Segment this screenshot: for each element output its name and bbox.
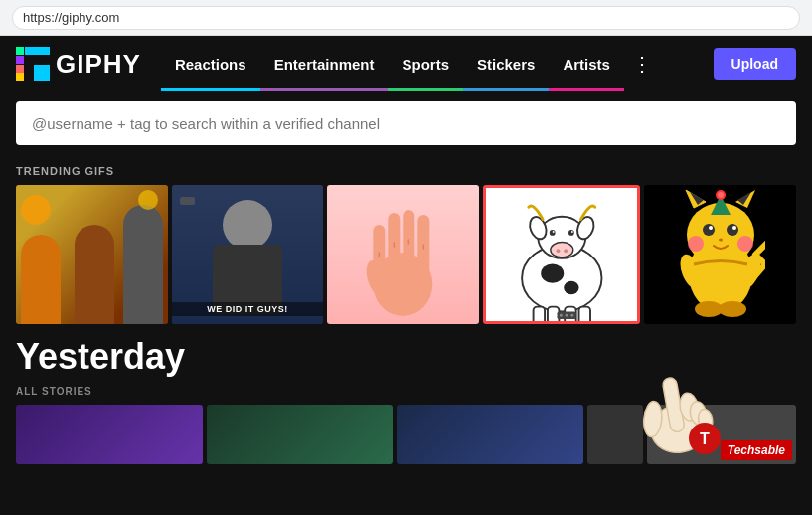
story-item-5[interactable]: Techsable xyxy=(647,405,796,464)
svg-point-53 xyxy=(718,192,724,198)
svg-point-50 xyxy=(719,239,723,242)
svg-point-27 xyxy=(571,231,573,233)
story-item-3[interactable] xyxy=(397,405,583,464)
story-item-4[interactable] xyxy=(587,405,643,464)
svg-point-56 xyxy=(695,301,723,317)
svg-point-44 xyxy=(703,224,715,236)
svg-rect-3 xyxy=(16,73,24,81)
gifs-grid: WE DID IT GUYS! xyxy=(16,185,796,324)
navbar: GIPHY Reactions Entertainment Sports Sti… xyxy=(0,36,812,91)
all-stories-label: ALL STORIES xyxy=(16,386,796,397)
yesterday-section: Yesterday ALL STORIES Techsable xyxy=(0,324,812,464)
url-text: https://giphy.com xyxy=(23,10,119,25)
nav-item-entertainment[interactable]: Entertainment xyxy=(260,36,389,91)
svg-rect-0 xyxy=(16,47,24,55)
svg-point-37 xyxy=(570,314,573,317)
svg-rect-11 xyxy=(417,215,429,289)
svg-point-48 xyxy=(688,236,704,252)
search-area xyxy=(0,91,812,155)
gif-item-3[interactable] xyxy=(327,185,479,324)
svg-rect-4 xyxy=(25,47,50,55)
hand-svg xyxy=(327,185,479,324)
svg-rect-2 xyxy=(16,65,24,73)
nav-item-stickers[interactable]: Stickers xyxy=(463,36,549,91)
search-input[interactable] xyxy=(32,115,780,132)
svg-rect-9 xyxy=(388,213,400,290)
cow-svg xyxy=(486,188,638,321)
svg-point-36 xyxy=(565,314,568,317)
svg-point-45 xyxy=(727,224,738,236)
gif-item-2[interactable]: WE DID IT GUYS! xyxy=(172,185,324,324)
nav-items: Reactions Entertainment Sports Stickers … xyxy=(161,36,714,91)
svg-point-35 xyxy=(560,314,563,317)
browser-bar: https://giphy.com xyxy=(0,0,812,36)
svg-rect-5 xyxy=(34,65,50,73)
svg-point-22 xyxy=(556,249,560,253)
svg-rect-30 xyxy=(533,307,544,321)
svg-point-26 xyxy=(553,231,555,233)
gif-item-1[interactable] xyxy=(16,185,168,324)
svg-rect-1 xyxy=(16,56,24,64)
more-options-icon[interactable]: ⋮ xyxy=(624,52,660,76)
logo-icon xyxy=(16,47,50,81)
nav-item-reactions[interactable]: Reactions xyxy=(161,36,260,91)
pikachu-svg xyxy=(676,190,765,319)
nav-item-sports[interactable]: Sports xyxy=(388,36,463,91)
nav-item-artists[interactable]: Artists xyxy=(549,36,624,91)
svg-point-57 xyxy=(719,301,746,317)
svg-rect-10 xyxy=(403,210,414,289)
svg-point-46 xyxy=(709,226,713,230)
svg-point-47 xyxy=(732,226,736,230)
gif2-caption: WE DID IT GUYS! xyxy=(172,302,324,316)
trending-title: TRENDING GIFS xyxy=(16,165,796,177)
story-item-1[interactable] xyxy=(16,405,203,464)
search-bar xyxy=(16,101,796,145)
logo-text: GIPHY xyxy=(56,49,141,80)
gif-item-4[interactable] xyxy=(483,185,641,324)
svg-point-21 xyxy=(551,243,573,258)
trending-section: TRENDING GIFS WE DID IT GUY xyxy=(0,155,812,324)
upload-button[interactable]: Upload xyxy=(714,48,796,80)
techsable-badge: Techsable xyxy=(721,440,792,460)
stories-row: Techsable xyxy=(16,405,796,464)
svg-point-49 xyxy=(737,236,753,252)
yesterday-title: Yesterday xyxy=(16,336,796,378)
svg-rect-6 xyxy=(34,73,50,81)
logo-area[interactable]: GIPHY xyxy=(16,47,141,81)
svg-point-18 xyxy=(541,264,564,283)
url-bar[interactable]: https://giphy.com xyxy=(12,6,800,30)
svg-point-19 xyxy=(564,281,578,294)
svg-point-25 xyxy=(568,230,574,236)
gif-item-5[interactable] xyxy=(644,185,796,324)
svg-rect-33 xyxy=(578,307,589,321)
svg-point-23 xyxy=(564,249,568,253)
story-item-2[interactable] xyxy=(207,405,394,464)
svg-point-24 xyxy=(550,230,556,236)
